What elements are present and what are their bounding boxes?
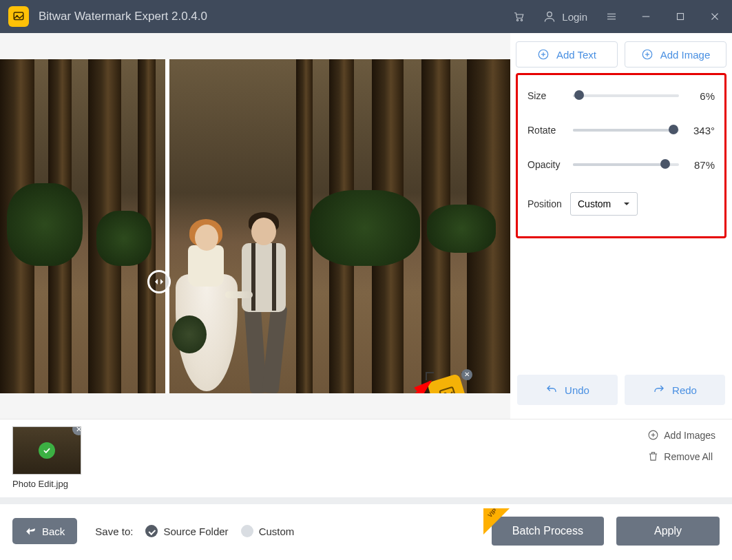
position-selected: Custom	[578, 198, 611, 209]
size-label: Size	[527, 90, 570, 101]
radio-unchecked-icon	[241, 525, 253, 537]
cart-icon[interactable]	[501, 0, 536, 33]
login-label: Login	[562, 11, 587, 23]
add-images-button[interactable]: Add Images	[647, 429, 715, 441]
back-label: Back	[42, 526, 65, 537]
compare-divider[interactable]	[165, 59, 169, 393]
watermark-remove-icon[interactable]: ✕	[461, 369, 472, 380]
add-images-label: Add Images	[664, 430, 715, 441]
svg-point-2	[517, 19, 519, 21]
position-label: Position	[527, 198, 570, 209]
watermark-object[interactable]: ✕	[426, 372, 470, 393]
side-panel: Add Text Add Image Size 6% Rotate 343°	[510, 33, 732, 419]
user-icon	[543, 10, 556, 23]
svg-rect-9	[678, 14, 684, 20]
undo-icon	[545, 384, 558, 396]
size-value: 6%	[682, 90, 715, 102]
photo-subject	[176, 212, 313, 391]
menu-icon[interactable]	[594, 0, 629, 33]
redo-label: Redo	[672, 384, 697, 396]
maximize-button[interactable]	[663, 0, 698, 33]
strip-scrollbar[interactable]	[0, 497, 732, 504]
plus-circle-icon	[647, 429, 659, 441]
remove-all-label: Remove All	[664, 451, 713, 462]
source-folder-radio[interactable]: Source Folder	[145, 525, 228, 537]
save-to-label: Save to:	[95, 526, 133, 537]
add-image-label: Add Image	[660, 49, 711, 61]
compare-handle-icon[interactable]	[147, 270, 171, 293]
undo-label: Undo	[565, 384, 589, 396]
radio-checked-icon	[145, 525, 158, 537]
app-logo-icon	[8, 6, 29, 27]
redo-button[interactable]: Redo	[625, 375, 725, 405]
svg-rect-12	[439, 386, 455, 393]
rotate-value: 343°	[682, 125, 715, 136]
rotate-slider[interactable]	[573, 123, 679, 137]
footer-bar: Back Save to: Source Folder Custom VIP B…	[0, 504, 732, 558]
apply-button[interactable]: Apply	[616, 517, 720, 546]
login-button[interactable]: Login	[536, 10, 594, 23]
add-text-button[interactable]: Add Text	[516, 41, 618, 68]
titlebar: Bitwar Watermark Expert 2.0.4.0 Login	[0, 0, 732, 33]
opacity-slider[interactable]	[573, 158, 679, 172]
custom-folder-label: Custom	[259, 526, 295, 537]
watermark-controls: Size 6% Rotate 343° Opacity 87%	[516, 73, 726, 238]
svg-point-13	[443, 392, 447, 393]
chevron-down-icon	[623, 200, 630, 207]
svg-point-3	[521, 19, 523, 21]
position-select[interactable]: Custom	[570, 192, 638, 216]
minimize-button[interactable]	[629, 0, 663, 33]
trash-icon	[647, 450, 659, 462]
back-arrow-icon	[25, 526, 36, 537]
svg-point-4	[547, 12, 552, 17]
back-button[interactable]: Back	[12, 518, 77, 544]
add-text-label: Add Text	[556, 49, 596, 61]
preview-canvas[interactable]: ✕	[0, 59, 510, 393]
source-folder-label: Source Folder	[163, 526, 228, 537]
plus-circle-icon	[537, 48, 550, 61]
custom-folder-radio[interactable]: Custom	[241, 525, 295, 537]
thumbnail-item[interactable]: ✕ Photo Edit.jpg	[12, 426, 81, 497]
rotate-label: Rotate	[527, 125, 570, 136]
undo-button[interactable]: Undo	[517, 375, 618, 405]
batch-label: Batch Process	[512, 525, 583, 537]
batch-process-button[interactable]: VIP Batch Process	[492, 517, 604, 546]
remove-all-button[interactable]: Remove All	[647, 450, 713, 462]
preview-canvas-wrap: ✕	[0, 33, 510, 419]
redo-icon	[653, 384, 665, 396]
apply-label: Apply	[654, 525, 682, 537]
add-image-button[interactable]: Add Image	[625, 41, 726, 68]
opacity-value: 87%	[682, 159, 715, 171]
size-slider[interactable]	[573, 89, 679, 103]
plus-circle-icon	[641, 48, 653, 61]
thumbnail-strip: ✕ Photo Edit.jpg Add Images Remove All	[0, 419, 732, 504]
thumbnail-filename: Photo Edit.jpg	[12, 479, 81, 489]
opacity-label: Opacity	[527, 159, 570, 170]
vip-badge-icon: VIP	[483, 508, 510, 535]
close-button[interactable]	[698, 0, 732, 33]
app-title: Bitwar Watermark Expert 2.0.4.0	[39, 10, 207, 23]
check-icon	[39, 442, 55, 459]
